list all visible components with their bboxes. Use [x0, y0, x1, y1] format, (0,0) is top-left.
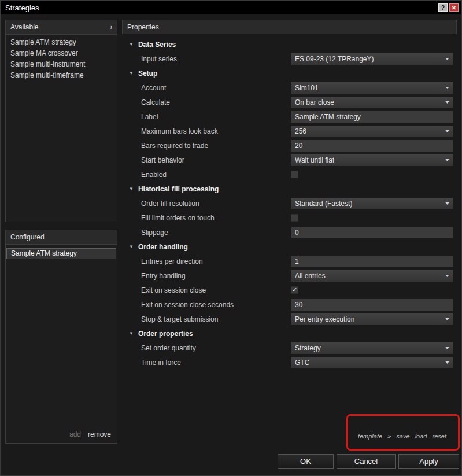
- select-value: 256: [295, 127, 306, 135]
- property-row-input-series: Input seriesES 09-23 (12 TPRangeY)▼: [122, 51, 457, 66]
- template-load-link[interactable]: load: [415, 433, 427, 440]
- property-label: Set order quantity: [122, 344, 291, 352]
- property-field: 20: [291, 140, 453, 152]
- chevron-down-icon: ▼: [444, 100, 450, 104]
- select-value: GTC: [295, 359, 309, 367]
- property-label: Calculate: [122, 98, 291, 106]
- group-label: Order handling: [138, 243, 188, 251]
- property-label: Enabled: [122, 171, 291, 179]
- maximum-bars-look-back-select[interactable]: 256▼: [291, 126, 453, 137]
- collapse-triangle-icon: ▼: [129, 71, 134, 76]
- stop-target-submission-select[interactable]: Per entry execution▼: [291, 313, 453, 325]
- properties-header: Properties: [122, 20, 457, 34]
- cancel-button[interactable]: Cancel: [337, 454, 396, 469]
- calculate-select[interactable]: On bar close▼: [291, 97, 453, 108]
- property-row-entry-handling: Entry handlingAll entries▼: [122, 268, 457, 283]
- select-value: ES 09-23 (12 TPRangeY): [295, 55, 374, 63]
- chevron-down-icon: ▼: [444, 274, 450, 278]
- property-row-order-fill-resolution: Order fill resolutionStandard (Fastest)▼: [122, 196, 457, 211]
- enabled-checkbox[interactable]: [291, 171, 298, 178]
- property-field: [291, 171, 453, 178]
- chevron-down-icon: ▼: [444, 86, 450, 90]
- start-behavior-select[interactable]: Wait until flat▼: [291, 154, 453, 166]
- chevron-down-icon: ▼: [444, 317, 450, 321]
- property-row-start-behavior: Start behaviorWait until flat▼: [122, 153, 457, 167]
- property-field: On bar close▼: [291, 97, 453, 108]
- group-label: Historical fill processing: [138, 185, 219, 193]
- group-header-data-series[interactable]: ▼Data Series: [122, 37, 457, 51]
- template-save-link[interactable]: save: [396, 433, 409, 440]
- exit-on-session-close-seconds-input[interactable]: 30: [291, 299, 453, 311]
- property-label: Start behavior: [122, 156, 291, 164]
- group-header-historical-fill-processing[interactable]: ▼Historical fill processing: [122, 182, 457, 196]
- property-row-maximum-bars-look-back: Maximum bars look back256▼: [122, 124, 457, 138]
- slippage-input[interactable]: 0: [291, 227, 453, 238]
- configured-header: Configured: [6, 230, 117, 245]
- remove-link[interactable]: remove: [88, 430, 111, 438]
- list-item-sample-multi-timeframe[interactable]: Sample multi-timeframe: [6, 70, 117, 81]
- window-title: Strategies: [5, 3, 39, 12]
- property-field: All entries▼: [291, 270, 453, 282]
- chevron-down-icon: ▼: [444, 57, 450, 61]
- info-icon[interactable]: i: [110, 23, 112, 32]
- order-fill-resolution-select[interactable]: Standard (Fastest)▼: [291, 198, 453, 209]
- list-item-sample-atm-strategy[interactable]: Sample ATM strategy: [6, 37, 117, 48]
- entries-per-direction-input[interactable]: 1: [291, 256, 453, 267]
- property-label: Time in force: [122, 359, 291, 367]
- bars-required-to-trade-input[interactable]: 20: [291, 140, 453, 152]
- property-field: [291, 214, 453, 222]
- help-button[interactable]: ?: [438, 3, 448, 12]
- available-header: Available i: [6, 20, 117, 35]
- property-row-slippage: Slippage0: [122, 225, 457, 239]
- close-icon[interactable]: ✕: [449, 3, 459, 12]
- property-field: Strategy▼: [291, 342, 453, 354]
- property-field: ✓: [291, 286, 453, 294]
- properties-column: Properties ▼Data SeriesInput seriesES 09…: [122, 20, 457, 444]
- input-series-select[interactable]: ES 09-23 (12 TPRangeY)▼: [291, 53, 453, 65]
- group-label: Setup: [138, 69, 157, 78]
- group-label: Data Series: [138, 40, 176, 49]
- time-in-force-select[interactable]: GTC▼: [291, 357, 453, 368]
- list-item-sample-ma-crossover[interactable]: Sample MA crossover: [6, 48, 117, 59]
- available-list: Sample ATM strategySample MA crossoverSa…: [6, 35, 117, 222]
- entry-handling-select[interactable]: All entries▼: [291, 270, 453, 282]
- configured-list: Sample ATM strategy: [6, 245, 117, 428]
- titlebar[interactable]: Strategies ? ✕: [1, 1, 461, 14]
- chevron-down-icon: ▼: [444, 129, 450, 133]
- property-label: Exit on session close seconds: [122, 301, 291, 309]
- configured-item-sample-atm-strategy[interactable]: Sample ATM strategy: [6, 248, 116, 259]
- property-row-time-in-force: Time in forceGTC▼: [122, 355, 457, 370]
- apply-button[interactable]: Apply: [398, 454, 459, 469]
- select-value: Sim101: [295, 84, 319, 92]
- list-item-sample-multi-instrument[interactable]: Sample multi-instrument: [6, 59, 117, 70]
- label-input[interactable]: Sample ATM strategy: [291, 111, 453, 123]
- property-row-enabled: Enabled: [122, 167, 457, 182]
- left-column: Available i Sample ATM strategySample MA…: [5, 20, 117, 444]
- group-header-order-handling[interactable]: ▼Order handling: [122, 239, 457, 254]
- property-label: Entries per direction: [122, 257, 291, 265]
- group-header-setup[interactable]: ▼Setup: [122, 66, 457, 80]
- chevron-down-icon: ▼: [444, 346, 450, 350]
- ok-button[interactable]: OK: [278, 454, 334, 469]
- property-label: Entry handling: [122, 272, 291, 280]
- configured-panel: Configured Sample ATM strategy addremove: [5, 230, 117, 444]
- strategies-dialog: Strategies ? ✕ Available i Sample ATM st…: [0, 0, 462, 476]
- exit-on-session-close-checkbox[interactable]: ✓: [291, 286, 298, 294]
- add-link[interactable]: add: [69, 430, 81, 438]
- footer: OK Cancel Apply: [1, 451, 461, 475]
- account-select[interactable]: Sim101▼: [291, 82, 453, 94]
- property-field: 1: [291, 256, 453, 267]
- select-value: Per entry execution: [295, 315, 354, 323]
- template-reset-link[interactable]: reset: [433, 433, 446, 440]
- select-value: Standard (Fastest): [295, 200, 352, 208]
- property-row-account: AccountSim101▼: [122, 80, 457, 95]
- collapse-triangle-icon: ▼: [129, 244, 134, 249]
- property-row-bars-required-to-trade: Bars required to trade20: [122, 138, 457, 153]
- group-header-order-properties[interactable]: ▼Order properties: [122, 326, 457, 341]
- set-order-quantity-select[interactable]: Strategy▼: [291, 342, 453, 354]
- template-separator-icon: »: [387, 433, 391, 440]
- input-value: 1: [295, 257, 299, 265]
- template-actions: template » save load reset: [354, 433, 446, 440]
- property-label: Slippage: [122, 228, 291, 237]
- fill-limit-orders-on-touch-checkbox[interactable]: [291, 214, 298, 222]
